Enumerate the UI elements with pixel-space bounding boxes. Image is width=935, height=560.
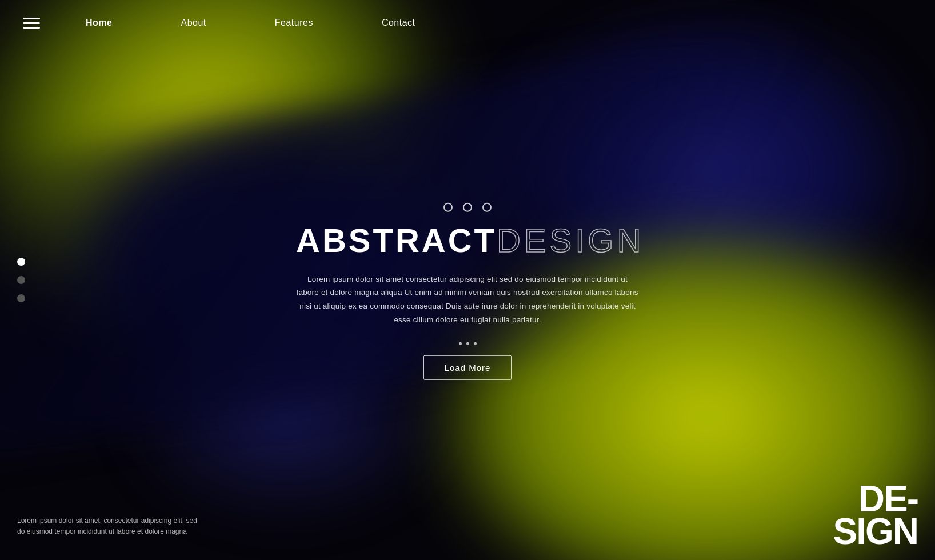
side-pagination [17, 258, 25, 302]
side-dot-1[interactable] [17, 258, 25, 266]
footer-description: Lorem ipsum dolor sit amet, consectetur … [17, 515, 200, 537]
dot-3 [474, 342, 477, 345]
hero-title-bold: ABSTRACT [296, 222, 497, 259]
nav-item-contact[interactable]: Contact [382, 18, 415, 28]
nav-link-home[interactable]: Home [86, 18, 112, 27]
side-dot-3[interactable] [17, 294, 25, 302]
nav-link-features[interactable]: Features [275, 18, 313, 27]
top-circle-3 [482, 203, 492, 212]
hamburger-menu[interactable] [23, 18, 40, 29]
footer-brand-text: DE-SIGN [833, 478, 918, 553]
nav-link-about[interactable]: About [181, 18, 206, 27]
hero-title: ABSTRACTDESIGN [296, 222, 639, 259]
dot-1 [459, 342, 462, 345]
footer-brand: DE-SIGN [833, 483, 918, 549]
nav-item-home[interactable]: Home [86, 18, 112, 28]
hero-title-outline: DESIGN [497, 222, 644, 259]
nav-link-contact[interactable]: Contact [382, 18, 415, 27]
dot-2 [466, 342, 469, 345]
footer-text-left: Lorem ipsum dolor sit amet, consectetur … [17, 515, 200, 537]
top-circle-1 [443, 203, 453, 212]
hero-content: ABSTRACTDESIGN Lorem ipsum dolor sit ame… [296, 203, 639, 380]
hero-description: Lorem ipsum dolor sit amet consectetur a… [296, 273, 639, 327]
side-dot-2[interactable] [17, 276, 25, 284]
nav-item-features[interactable]: Features [275, 18, 313, 28]
navbar: Home About Features Contact [0, 0, 935, 46]
top-circles [296, 203, 639, 212]
top-circle-2 [463, 203, 472, 212]
nav-links: Home About Features Contact [86, 18, 415, 28]
load-more-button[interactable]: Load More [423, 355, 512, 380]
nav-item-about[interactable]: About [181, 18, 206, 28]
dots-row [296, 342, 639, 345]
